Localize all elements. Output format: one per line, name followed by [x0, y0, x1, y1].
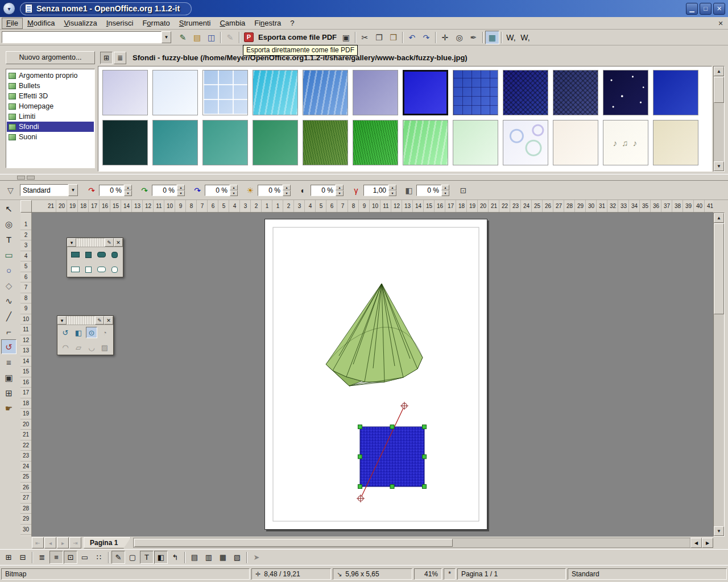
- zoom-icon[interactable]: ◎: [452, 31, 466, 44]
- effects-toolbar[interactable]: ▾✎✕↺◧⊙◔◠▱◡▨: [57, 315, 114, 355]
- theme-item-effetti-3d[interactable]: Effetti 3D: [7, 91, 94, 101]
- red-spin-up-icon[interactable]: ▴: [124, 185, 132, 190]
- brightness-spin-up-icon[interactable]: ▴: [283, 185, 291, 190]
- gallery-thumb-row1-11[interactable]: [603, 70, 648, 115]
- snap-to-margins-icon[interactable]: ⊡: [64, 551, 77, 564]
- gallery-thumb-row1-1[interactable]: [102, 70, 148, 115]
- zoom-tool[interactable]: ◎: [1, 217, 16, 231]
- graphics-mode-input[interactable]: [20, 184, 68, 196]
- gamma-spin-up-icon[interactable]: ▴: [388, 185, 396, 190]
- page-tab[interactable]: Pagina 1: [84, 537, 131, 548]
- drawing-canvas[interactable]: [32, 213, 713, 537]
- redo-icon[interactable]: ↷: [419, 31, 433, 44]
- gallery-thumb-row2-3[interactable]: [202, 120, 248, 165]
- theme-item-argomento-proprio[interactable]: Argomento proprio: [7, 70, 94, 81]
- rounded-rectangle-filled-icon[interactable]: [96, 249, 107, 260]
- rectangles-toolbar-titlebar[interactable]: ▾✎✕: [67, 238, 123, 247]
- gallery-thumb-row1-3[interactable]: [202, 70, 248, 115]
- horizontal-scroll-thumb[interactable]: [134, 539, 453, 547]
- gamma-spin-down-icon[interactable]: ▾: [388, 190, 396, 196]
- gallery-splitter[interactable]: [0, 174, 728, 181]
- effects-tool[interactable]: ↺: [1, 339, 16, 354]
- graphic-filter-icon[interactable]: ▽: [3, 184, 18, 197]
- ellipse-tool[interactable]: ○: [1, 263, 16, 277]
- maximize-button[interactable]: □: [700, 3, 712, 15]
- theme-item-homepage[interactable]: Homepage: [7, 101, 94, 111]
- gallery-thumb-row2-6[interactable]: [353, 120, 398, 165]
- snap-to-points-icon[interactable]: ∷: [92, 551, 106, 564]
- print-file-icon[interactable]: ▣: [339, 31, 353, 44]
- gallery-thumb-row2-8[interactable]: [453, 120, 498, 165]
- cut-icon[interactable]: ✂: [358, 31, 372, 44]
- url-input[interactable]: [2, 31, 162, 43]
- rounded-rectangle-outline-icon[interactable]: [96, 264, 107, 275]
- title-bar[interactable]: ▾ Senza nome1 - OpenOffice.org 1.1.2-it …: [0, 0, 728, 17]
- rectangle-tool[interactable]: ▭: [1, 247, 16, 262]
- page[interactable]: [264, 219, 487, 530]
- menu-file[interactable]: File: [2, 18, 23, 29]
- gallery-thumb-row1-10[interactable]: [553, 70, 598, 115]
- show-grid-icon[interactable]: ⊞: [2, 551, 15, 564]
- scroll-down-icon[interactable]: ▼: [714, 526, 724, 536]
- text-placeholder-icon[interactable]: ▦: [216, 551, 230, 564]
- gallery-thumb-row1-9[interactable]: [503, 70, 548, 115]
- scroll-up-icon[interactable]: ▲: [714, 213, 724, 223]
- w-button-2[interactable]: W,: [518, 31, 532, 44]
- export-pdf-icon[interactable]: P: [242, 31, 256, 44]
- select-text-area-icon[interactable]: ▢: [126, 551, 139, 564]
- theme-item-sfondi[interactable]: Sfondi: [7, 122, 94, 132]
- scroll-right-icon[interactable]: ▶: [702, 538, 713, 548]
- close-document-icon[interactable]: ✕: [716, 19, 725, 28]
- green-icon[interactable]: ↷: [139, 186, 150, 195]
- insert-tool[interactable]: ⊞: [1, 385, 16, 400]
- rectangle-filled-icon[interactable]: [69, 249, 81, 260]
- blue-spin-up-icon[interactable]: ▴: [230, 185, 238, 190]
- bitmap-object[interactable]: [360, 427, 424, 487]
- 3d-lathe-object[interactable]: [326, 284, 423, 386]
- square-outline-icon[interactable]: [82, 264, 94, 275]
- arrange-tool[interactable]: ▣: [1, 370, 16, 385]
- connector-tool[interactable]: ⌐: [1, 324, 16, 339]
- red-icon[interactable]: ↷: [86, 186, 97, 195]
- red-input[interactable]: [99, 185, 124, 196]
- minimize-button[interactable]: ▁: [686, 3, 698, 15]
- rounded-square-filled-icon[interactable]: [109, 249, 120, 260]
- vertical-scrollbar[interactable]: ▲ ▼: [713, 213, 725, 537]
- brightness-input[interactable]: [258, 185, 283, 196]
- green-input[interactable]: [152, 185, 177, 196]
- menu-visualizza[interactable]: Visualizza: [59, 18, 101, 29]
- new-document-icon[interactable]: ✎: [176, 31, 190, 44]
- snap-to-helplines-icon[interactable]: ≡: [49, 551, 63, 564]
- interaction-tool[interactable]: ☛: [1, 401, 16, 415]
- gallery-thumb-row1-6[interactable]: [353, 70, 398, 115]
- gallery-thumb-row2-2[interactable]: [152, 120, 198, 165]
- w-button-1[interactable]: W,: [504, 31, 518, 44]
- double-click-edit-text-icon[interactable]: T: [140, 551, 154, 564]
- gallery-scroll-down-icon[interactable]: ▼: [714, 161, 724, 171]
- green-spin-up-icon[interactable]: ▴: [177, 185, 185, 190]
- close-button[interactable]: ✕: [713, 3, 725, 15]
- brightness-icon[interactable]: ☀: [245, 186, 256, 195]
- rounded-square-outline-icon[interactable]: [109, 264, 120, 275]
- effects-toolbar-close-icon[interactable]: ✕: [104, 316, 113, 325]
- horizontal-scrollbar[interactable]: [133, 538, 690, 548]
- save-icon[interactable]: ◫: [204, 31, 218, 44]
- navigator-icon[interactable]: ✛: [438, 31, 452, 44]
- snap-to-grid-icon[interactable]: ⊟: [16, 551, 30, 564]
- status-position[interactable]: ✛ 8,48 / 19,21: [251, 568, 331, 580]
- effects-toolbar-edit-icon[interactable]: ✎: [95, 316, 104, 325]
- red-spin-down-icon[interactable]: ▾: [124, 190, 132, 196]
- menu-inserisci[interactable]: Inserisci: [102, 18, 138, 29]
- show-helplines-icon[interactable]: ≣: [35, 551, 49, 564]
- gallery-thumb-row1-12[interactable]: [653, 70, 698, 115]
- status-style[interactable]: Standard: [568, 568, 727, 580]
- menu-cambia[interactable]: Cambia: [215, 18, 250, 29]
- curve-tool[interactable]: ∿: [1, 293, 16, 308]
- status-zoom[interactable]: 41%: [414, 568, 442, 580]
- gallery-thumb-row1-4[interactable]: [253, 70, 298, 115]
- gamma-input[interactable]: [363, 185, 388, 196]
- objects-3d-tool[interactable]: ◇: [1, 278, 16, 293]
- status-size[interactable]: ↘ 5,96 x 5,65: [333, 568, 412, 580]
- paste-icon[interactable]: ❒: [386, 31, 400, 44]
- theme-item-suoni[interactable]: Suoni: [7, 132, 94, 142]
